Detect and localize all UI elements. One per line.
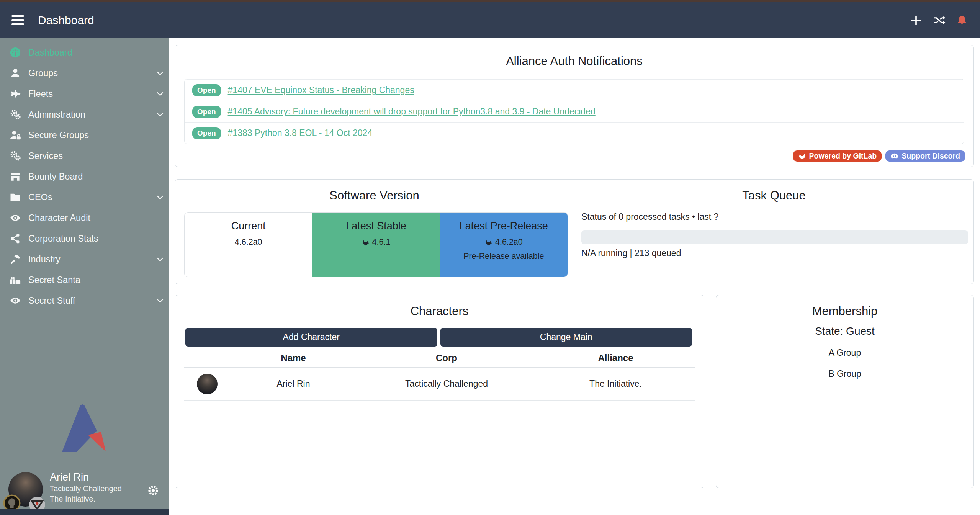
characters-title: Characters (175, 304, 704, 318)
eye-icon (9, 294, 21, 307)
notification-row: Open #1407 EVE Equinox Status - Breaking… (185, 79, 964, 101)
task-queue-section: Task Queue Status of 0 processed tasks •… (574, 180, 974, 284)
col-name: Name (230, 353, 357, 363)
sidebar-item-label: CEOs (28, 192, 52, 203)
notification-link[interactable]: #1383 Python 3.8 EOL - 14 Oct 2024 (228, 128, 373, 138)
sidebar-item[interactable]: Secret Santa (0, 270, 169, 290)
membership-group: A Group (724, 342, 966, 363)
chevron-down-icon (155, 89, 165, 98)
chevron-down-icon (155, 255, 165, 264)
character-portrait (197, 374, 218, 394)
sidebar-item[interactable]: Bounty Board (0, 166, 169, 187)
task-queue-progressbar (581, 230, 968, 244)
user-lock-icon (9, 129, 21, 141)
share-icon (9, 232, 21, 245)
sidebar-item-label: Industry (28, 254, 61, 265)
version-value: 4.6.2a0 (495, 237, 523, 247)
shuffle-icon[interactable] (933, 14, 946, 26)
notifications-list: Open #1407 EVE Equinox Status - Breaking… (184, 79, 964, 144)
user-settings-gear-icon[interactable] (147, 484, 159, 497)
membership-group-list: A Group B Group (724, 342, 966, 384)
chevron-down-icon (155, 110, 165, 119)
chevron-down-icon (155, 69, 165, 78)
folder-icon (9, 191, 21, 203)
user-icon (9, 67, 21, 79)
notifications-card: Alliance Auth Notifications Open #1407 E… (175, 45, 974, 167)
character-name: Ariel Rin (230, 379, 357, 389)
sidebar-item-label: Bounty Board (28, 172, 83, 182)
sidebar-item-label: Services (28, 151, 63, 161)
hamburger-menu-icon[interactable] (11, 15, 24, 25)
alliance-auth-logo (61, 403, 107, 455)
sidebar-item[interactable]: Services (0, 146, 169, 166)
gears-icon (9, 150, 21, 162)
support-discord-badge[interactable]: Support Discord (885, 150, 965, 162)
membership-title: Membership (716, 304, 973, 318)
version-box-header: Latest Pre-Release (440, 220, 568, 232)
chevron-down-icon (155, 193, 165, 202)
sidebar-item[interactable]: Industry (0, 249, 169, 270)
version-box-header: Current (185, 220, 312, 232)
sidebar-item-label: Fleets (28, 89, 53, 99)
sidebar-item-label: Character Audit (28, 213, 90, 223)
software-version-title: Software Version (175, 189, 574, 203)
software-version-card: Software Version Current 4.6.2a0 Latest … (175, 179, 974, 284)
sidebar-item-label: Corporation Stats (28, 234, 98, 244)
character-corp: Tactically Challenged (357, 379, 537, 389)
version-box: Current 4.6.2a0 (185, 213, 312, 277)
membership-group: B Group (724, 363, 966, 384)
powered-by-gitlab-badge[interactable]: Powered by GitLab (793, 150, 882, 162)
jet-icon (9, 88, 21, 100)
version-box: Latest Pre-Release 4.6.2a0 Pre-Release a… (440, 213, 568, 277)
notification-link[interactable]: #1405 Advisory: Future development will … (228, 106, 596, 117)
membership-card: Membership State: Guest A Group B Group (716, 295, 974, 488)
sidebar-item[interactable]: Secure Groups (0, 125, 169, 146)
navbar-actions (910, 2, 968, 38)
footer-badges: Powered by GitLab Support Discord (793, 150, 965, 162)
shop-icon (9, 170, 21, 183)
app-window: Dashboard Dashboard (0, 0, 980, 515)
sidebar-item[interactable]: Corporation Stats (0, 228, 169, 249)
sidebar: Dashboard Groups (0, 38, 169, 515)
character-alliance: The Initiative. (537, 379, 695, 389)
sidebar-item[interactable]: Dashboard (0, 42, 169, 63)
task-queue-title: Task Queue (574, 189, 974, 203)
sidebar-footer-strip (0, 509, 169, 515)
notification-row: Open #1383 Python 3.8 EOL - 14 Oct 2024 (185, 122, 964, 144)
page-title: Dashboard (38, 14, 94, 27)
change-main-button[interactable]: Change Main (440, 328, 692, 347)
sidebar-item[interactable]: CEOs (0, 187, 169, 208)
top-navbar: Dashboard (0, 2, 980, 38)
membership-state: State: Guest (716, 325, 973, 337)
notifications-title: Alliance Auth Notifications (175, 54, 973, 68)
sidebar-item[interactable]: Groups (0, 63, 169, 83)
characters-table: Name Corp Alliance Ariel Rin Tactically … (184, 349, 695, 401)
sidebar-item[interactable]: Character Audit (0, 208, 169, 228)
software-version-section: Software Version Current 4.6.2a0 Latest … (175, 180, 574, 284)
sidebar-item-label: Dashboard (28, 47, 72, 58)
version-box: Latest Stable 4.6.1 (312, 213, 440, 277)
bell-icon[interactable] (956, 15, 968, 26)
sidebar-item-label: Administration (28, 110, 85, 120)
version-strip: Current 4.6.2a0 Latest Stable 4.6.1 (184, 212, 568, 277)
status-badge: Open (192, 84, 221, 96)
sidebar-menu: Dashboard Groups (0, 38, 169, 311)
gitlab-icon (485, 239, 492, 246)
user-corp: Tactically Challenged (50, 484, 122, 494)
version-note: Pre-Release available (440, 252, 568, 261)
gauge-icon (9, 46, 21, 59)
plus-icon[interactable] (910, 14, 923, 27)
sidebar-item[interactable]: Secret Stuff (0, 290, 169, 311)
status-badge: Open (192, 106, 221, 118)
sidebar-item-label: Secure Groups (28, 130, 89, 141)
sidebar-item[interactable]: Administration (0, 104, 169, 125)
add-character-button[interactable]: Add Character (185, 328, 437, 347)
sidebar-item[interactable]: Fleets (0, 83, 169, 104)
notification-link[interactable]: #1407 EVE Equinox Status - Breaking Chan… (228, 85, 414, 95)
gears-icon (9, 108, 21, 121)
gitlab-icon (362, 239, 370, 246)
sidebar-item-label: Groups (28, 68, 58, 78)
sidebar-user-panel[interactable]: Ariel Rin Tactically Challenged The Init… (0, 464, 169, 510)
character-row[interactable]: Ariel Rin Tactically Challenged The Init… (184, 368, 695, 401)
version-value: 4.6.2a0 (235, 237, 262, 247)
